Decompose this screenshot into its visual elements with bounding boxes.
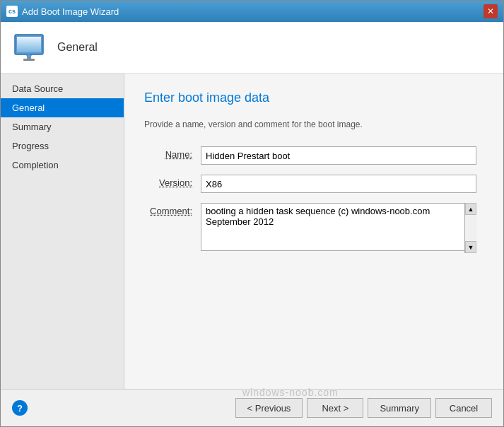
content-title: Enter boot image data [144,90,484,105]
main-content: Data Source General Summary Progress Com… [1,74,503,389]
scroll-down-arrow[interactable]: ▼ [465,241,476,253]
content-area: Enter boot image data Provide a name, ve… [124,74,503,389]
sidebar-item-general[interactable]: General [1,98,124,117]
version-row: Version: [144,175,484,193]
next-button[interactable]: Next > [307,398,363,418]
description-text: Provide a name, version and comment for … [144,119,484,129]
help-button[interactable]: ? [12,400,28,416]
scroll-up-arrow[interactable]: ▲ [465,203,476,215]
sidebar-item-summary[interactable]: Summary [1,117,124,136]
sidebar: Data Source General Summary Progress Com… [1,74,124,389]
window-icon: cs [6,6,18,17]
name-label: Name: [144,146,201,160]
window-body: General Data Source General Summary Prog… [1,22,503,426]
version-input[interactable] [201,175,476,193]
title-bar: cs Add Boot Image Wizard ✕ [1,1,503,22]
svg-rect-4 [23,59,35,61]
header-section: General [1,22,503,74]
comment-textarea[interactable] [201,203,476,251]
svg-rect-5 [27,54,31,59]
svg-rect-2 [17,37,41,52]
sidebar-item-progress[interactable]: Progress [1,136,124,156]
name-row: Name: [144,146,484,165]
header-icon [12,30,46,64]
title-bar-left: cs Add Boot Image Wizard [6,6,119,17]
footer-left: ? [12,400,28,416]
window-title: Add Boot Image Wizard [22,6,119,17]
name-input[interactable] [201,146,476,165]
footer-buttons: < Previous Next > Summary Cancel [235,398,492,418]
cancel-button[interactable]: Cancel [435,398,492,418]
comment-textarea-wrapper: ▲ ▼ [201,203,476,253]
textarea-scrollbar: ▲ ▼ [464,203,476,253]
close-button[interactable]: ✕ [484,4,498,18]
main-window: cs Add Boot Image Wizard ✕ [0,0,504,427]
sidebar-item-data-source[interactable]: Data Source [1,79,124,98]
comment-row: Comment: ▲ ▼ [144,203,484,253]
footer: ? < Previous Next > Summary Cancel [1,389,503,426]
comment-label: Comment: [144,203,201,216]
header-title: General [57,41,98,54]
sidebar-item-completion[interactable]: Completion [1,156,124,175]
summary-button[interactable]: Summary [368,398,431,418]
version-label: Version: [144,175,201,188]
previous-button[interactable]: < Previous [235,398,303,418]
